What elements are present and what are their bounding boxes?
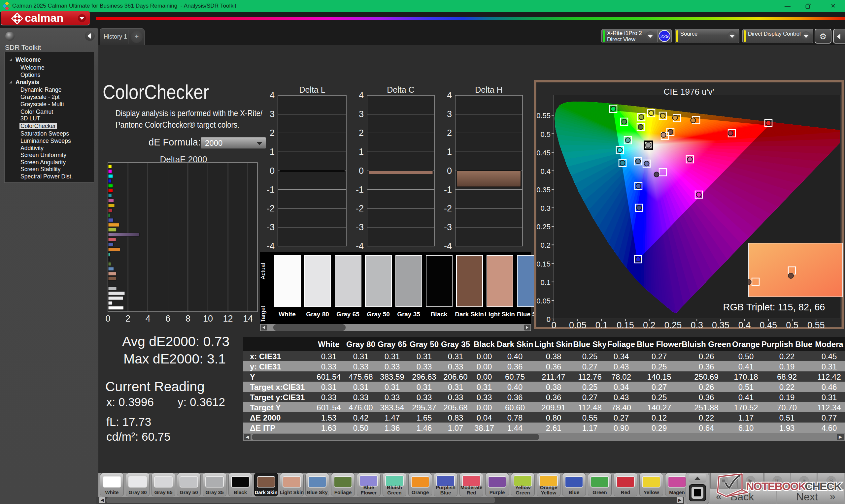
svg-text:0.4: 0.4 (738, 320, 751, 329)
svg-text:1: 1 (359, 147, 364, 157)
svg-text:1: 1 (270, 147, 275, 157)
svg-text:0.4: 0.4 (540, 167, 550, 176)
svg-text:White: White (279, 311, 296, 318)
svg-text:-2: -2 (267, 203, 275, 213)
svg-text:-4: -4 (444, 241, 452, 251)
svg-text:8: 8 (186, 314, 191, 324)
svg-text:0: 0 (105, 314, 110, 324)
svg-text:-2: -2 (356, 203, 364, 213)
svg-text:Gray 80: Gray 80 (306, 311, 329, 318)
svg-text:0.55: 0.55 (536, 111, 550, 120)
svg-text:-1: -1 (356, 185, 364, 195)
svg-text:4: 4 (145, 314, 151, 324)
svg-text:Actual: Actual (260, 263, 266, 280)
svg-text:0: 0 (547, 315, 550, 324)
svg-text:3: 3 (359, 109, 364, 119)
svg-text:4: 4 (270, 90, 275, 100)
svg-text:-3: -3 (356, 222, 364, 232)
svg-text:1: 1 (447, 147, 452, 157)
svg-text:2: 2 (447, 128, 452, 138)
svg-text:0: 0 (270, 166, 275, 176)
svg-text:Dark Skin: Dark Skin (455, 311, 484, 318)
svg-text:0.05: 0.05 (569, 320, 586, 329)
svg-text:3: 3 (447, 109, 452, 119)
svg-text:NOTEBOOK: NOTEBOOK (746, 480, 806, 492)
svg-text:Black: Black (431, 311, 447, 318)
svg-text:0.15: 0.15 (617, 320, 634, 329)
svg-text:-1: -1 (444, 185, 452, 195)
svg-text:Delta L: Delta L (299, 85, 325, 94)
svg-text:RGB Triplet: 115, 82, 66: RGB Triplet: 115, 82, 66 (723, 302, 825, 312)
svg-text:0: 0 (551, 320, 556, 329)
svg-text:2: 2 (125, 314, 130, 324)
svg-text:14: 14 (243, 314, 253, 324)
svg-text:0.25: 0.25 (665, 320, 682, 329)
svg-text:0.15: 0.15 (536, 260, 550, 268)
svg-text:-1: -1 (267, 185, 275, 195)
svg-text:-4: -4 (356, 241, 364, 251)
svg-text:0.35: 0.35 (536, 186, 550, 194)
svg-text:0.5: 0.5 (786, 320, 798, 329)
svg-text:0.35: 0.35 (712, 320, 729, 329)
svg-text:0.3: 0.3 (690, 320, 703, 329)
svg-text:0.55: 0.55 (807, 320, 825, 329)
svg-text:-3: -3 (444, 222, 452, 232)
svg-text:0.45: 0.45 (536, 149, 550, 157)
svg-text:10: 10 (203, 314, 213, 324)
svg-text:0.1: 0.1 (596, 320, 608, 329)
svg-text:3: 3 (270, 109, 275, 119)
svg-text:CHECK: CHECK (805, 480, 842, 492)
svg-text:0.2: 0.2 (643, 320, 655, 329)
svg-text:Light Skin: Light Skin (485, 311, 515, 318)
svg-text:0: 0 (447, 166, 452, 176)
svg-text:0.3: 0.3 (540, 204, 550, 212)
svg-text:6: 6 (165, 314, 170, 324)
svg-text:0.45: 0.45 (760, 320, 777, 329)
svg-text:4: 4 (447, 90, 452, 100)
svg-text:0.1: 0.1 (540, 278, 550, 287)
svg-text:Delta H: Delta H (475, 85, 503, 94)
svg-text:12: 12 (223, 314, 233, 324)
svg-text:0.5: 0.5 (540, 130, 550, 139)
svg-text:4: 4 (359, 90, 364, 100)
svg-text:Gray 65: Gray 65 (336, 311, 359, 318)
svg-text:0: 0 (359, 166, 364, 176)
svg-text:-3: -3 (267, 222, 275, 232)
svg-text:0.2: 0.2 (540, 241, 550, 249)
svg-text:Target: Target (260, 306, 266, 322)
svg-text:-4: -4 (267, 241, 275, 251)
svg-text:2: 2 (270, 128, 275, 138)
svg-text:-2: -2 (444, 203, 452, 213)
svg-text:Gray 50: Gray 50 (367, 311, 390, 318)
svg-text:Gray 35: Gray 35 (397, 311, 420, 318)
svg-text:Delta C: Delta C (387, 85, 414, 94)
svg-text:0.25: 0.25 (536, 223, 550, 231)
svg-text:2: 2 (359, 128, 364, 138)
svg-text:0.05: 0.05 (536, 297, 550, 305)
